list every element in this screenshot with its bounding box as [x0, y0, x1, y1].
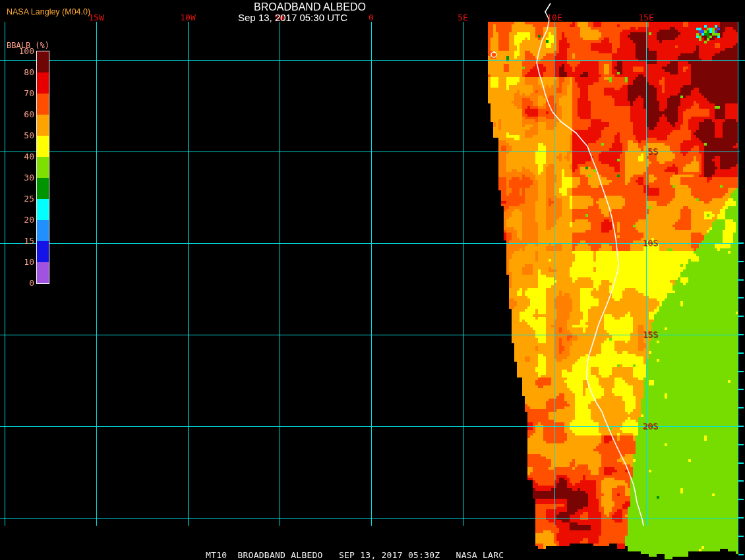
coastline-path	[537, 3, 643, 526]
page-subtitle: Sep 13, 2017 05:30 UTC	[238, 13, 347, 23]
island-circle	[491, 52, 496, 57]
albedo-map-screen: NASA Langley (M04.0) BROADBAND ALBEDO Se…	[0, 0, 745, 560]
page-title: BROADBAND ALBEDO	[254, 1, 366, 13]
header-credit: NASA Langley (M04.0)	[7, 7, 90, 16]
coastline-svg	[0, 0, 745, 560]
footer-caption: MT10 BROADBAND ALBEDO SEP 13, 2017 05:30…	[206, 550, 504, 560]
